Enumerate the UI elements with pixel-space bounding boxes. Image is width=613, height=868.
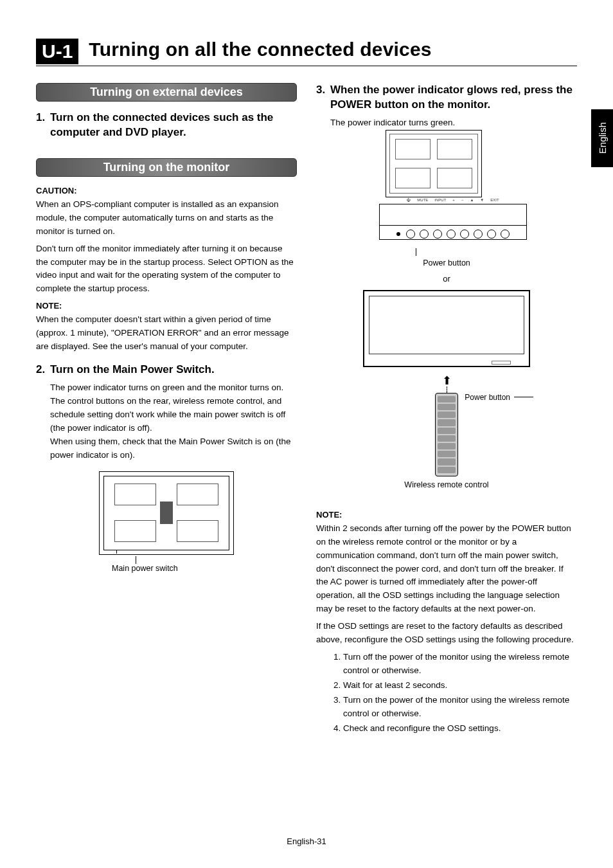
step-2-para-3: When using them, check that the Main Pow… (50, 435, 297, 462)
step-2: 2. Turn on the Main Power Switch. The po… (36, 363, 297, 572)
power-button-leader-2: Power button (465, 393, 510, 402)
step-3-title: When the power indicator glows red, pres… (330, 83, 577, 113)
chapter-badge: U-1 (36, 39, 78, 64)
main-power-switch-leader: Main power switch (112, 564, 297, 573)
section-header-external: Turning on external devices (36, 83, 297, 102)
main-power-diagram (99, 471, 234, 555)
or-text: or (316, 274, 577, 284)
remote-control-icon (435, 393, 458, 476)
step-1-title: Turn on the connected devices such as th… (50, 111, 297, 140)
down-button-icon (487, 230, 496, 239)
title-row: U-1 Turning on all the connected devices (36, 39, 577, 64)
page: U-1 Turning on all the connected devices… (0, 0, 613, 868)
title-rule (36, 66, 577, 66)
front-monitor-diagram (363, 290, 530, 367)
remote-caption: Wireless remote control (404, 480, 488, 489)
exit-button-icon (501, 230, 510, 239)
left-column: Turning on external devices 1. Turn on t… (36, 83, 297, 737)
note-step-2: Wait for at least 2 seconds. (343, 679, 577, 692)
step-3-para-1: The power indicator turns green. (330, 116, 577, 130)
step-1: 1. Turn on the connected devices such as… (36, 111, 297, 140)
caution-para-2: Don't turn off the monitor immediately a… (36, 242, 297, 296)
note-para-right-2: If the OSD settings are reset to the fac… (316, 620, 577, 647)
page-title: Turning on all the connected devices (89, 39, 431, 60)
language-tab: English (591, 109, 613, 167)
mute-button-icon (420, 230, 429, 239)
right-column: 3. When the power indicator glows red, p… (316, 83, 577, 737)
remote-diagram: ⬆ Power button Wireless remote control (316, 375, 577, 489)
step-3: 3. When the power indicator glows red, p… (316, 83, 577, 489)
note-steps-list: Turn off the power of the monitor using … (343, 651, 577, 736)
note-label-left: NOTE: (36, 301, 297, 311)
control-labels-icon: ⏻MUTEINPUT+−▲▼EXIT (380, 198, 526, 202)
step-3-number: 3. (316, 83, 330, 113)
rear-control-diagram: ⏻MUTEINPUT+−▲▼EXIT (379, 130, 514, 246)
step-2-title: Turn on the Main Power Switch. (50, 363, 215, 377)
up-button-icon (474, 230, 483, 239)
note-label-right: NOTE: (316, 510, 577, 520)
step-2-para-1: The power indicator turns on green and t… (50, 381, 297, 395)
plus-button-icon (447, 230, 456, 239)
power-button-leader-1: Power button (316, 258, 577, 267)
power-led-icon (396, 232, 400, 236)
step-1-number: 1. (36, 111, 50, 140)
note-step-3: Turn on the power of the monitor using t… (343, 694, 577, 721)
caution-label: CAUTION: (36, 186, 297, 195)
note-step-1: Turn off the power of the monitor using … (343, 651, 577, 678)
caution-para-1: When an OPS-compliant computer is instal… (36, 198, 297, 239)
arrow-up-icon: ⬆ (442, 375, 452, 386)
language-tab-label: English (597, 122, 608, 154)
step-2-number: 2. (36, 363, 50, 377)
minus-button-icon (460, 230, 469, 239)
note-step-4: Check and reconfigure the OSD settings. (343, 722, 577, 736)
note-para-left: When the computer doesn't start within a… (36, 313, 297, 354)
section-header-monitor: Turning on the monitor (36, 158, 297, 177)
page-number: English-31 (0, 836, 613, 846)
input-button-icon (433, 230, 442, 239)
power-button-icon (406, 230, 415, 239)
note-para-right-1: Within 2 seconds after turning off the p… (316, 522, 577, 616)
step-2-para-2: The control buttons on the rear, wireles… (50, 395, 297, 435)
content-columns: Turning on external devices 1. Turn on t… (36, 83, 577, 737)
